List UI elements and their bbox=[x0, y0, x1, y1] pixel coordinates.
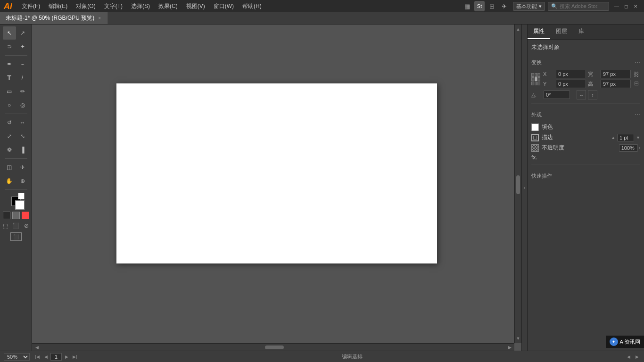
toolbar-icons: ▦ St ⊞ ✈ bbox=[462, 1, 509, 11]
control-toolbar-icon[interactable]: ▦ bbox=[462, 1, 472, 11]
flip-vertical-button[interactable]: ↕ bbox=[588, 90, 597, 99]
hand-tool[interactable]: ✋ bbox=[3, 174, 16, 188]
opacity-controls: › bbox=[619, 144, 640, 152]
transform-more[interactable]: ··· bbox=[635, 58, 640, 66]
grid-view-icon[interactable]: ⊞ bbox=[487, 1, 497, 11]
paintbrush-tool[interactable]: ○ bbox=[3, 99, 16, 112]
menu-file[interactable]: 文件(F) bbox=[18, 1, 44, 11]
scroll-left-button[interactable]: ◀ bbox=[32, 345, 41, 350]
gradient-fill-icon[interactable]: ⬛ bbox=[12, 222, 20, 230]
warp-tool[interactable]: ⤡ bbox=[16, 130, 29, 143]
magic-wand-tool[interactable]: ✦ bbox=[16, 40, 29, 53]
watermark-icon: ✦ bbox=[610, 337, 618, 346]
behind-mode[interactable] bbox=[12, 212, 20, 219]
stroke-value-input[interactable] bbox=[617, 134, 634, 141]
y-input[interactable] bbox=[556, 80, 586, 88]
next-page-button[interactable]: ▶ bbox=[63, 353, 70, 361]
canvas-area[interactable]: ▲ ▼ ◀ ▶ bbox=[32, 25, 521, 351]
rectangle-tool[interactable]: ▭ bbox=[3, 85, 16, 98]
menu-window[interactable]: 窗口(W) bbox=[210, 1, 238, 11]
scroll-right-button[interactable]: ▶ bbox=[505, 345, 514, 350]
link-wh-icon[interactable]: ⛓ bbox=[633, 71, 640, 78]
arrange-icon[interactable]: ✈ bbox=[499, 1, 509, 11]
tab-layers[interactable]: 图层 bbox=[550, 25, 573, 39]
scroll-up-button[interactable]: ▲ bbox=[516, 25, 520, 34]
background-color[interactable] bbox=[15, 200, 25, 210]
direct-selection-tool[interactable]: ↗ bbox=[16, 26, 29, 40]
menu-select[interactable]: 选择(S) bbox=[127, 1, 154, 11]
close-button[interactable]: ✕ bbox=[631, 1, 640, 11]
flip-horizontal-button[interactable]: ↔ bbox=[577, 90, 586, 99]
right-panel: 属性 图层 库 未选择对象 变换 ··· bbox=[527, 25, 644, 351]
menu-help[interactable]: 帮助(H) bbox=[239, 1, 265, 11]
menu-effect[interactable]: 效果(C) bbox=[155, 1, 182, 11]
tab-properties[interactable]: 属性 bbox=[528, 25, 550, 39]
scroll-down-button[interactable]: ▼ bbox=[516, 334, 520, 343]
angle-label: △: bbox=[531, 92, 541, 98]
zoom-tool[interactable]: ⊕ bbox=[16, 174, 29, 188]
page-number-input[interactable] bbox=[50, 353, 62, 361]
current-fill[interactable] bbox=[18, 193, 25, 199]
vertical-scrollbar[interactable]: ▲ ▼ bbox=[514, 25, 521, 343]
transform-origin-grid[interactable] bbox=[531, 73, 540, 85]
constrain-icon[interactable]: ⊟ bbox=[633, 80, 640, 87]
h-input[interactable] bbox=[601, 80, 631, 88]
fill-icon[interactable]: ⬚ bbox=[2, 222, 9, 230]
tab-libraries[interactable]: 库 bbox=[573, 25, 590, 39]
rotate-tool[interactable]: ↺ bbox=[3, 116, 16, 129]
document-tab[interactable]: 未标题-1* @ 50% (RGB/GPU 预览) × bbox=[0, 12, 108, 24]
inside-mode[interactable] bbox=[22, 212, 29, 219]
selection-tool[interactable]: ↖ bbox=[3, 26, 16, 40]
x-input[interactable] bbox=[556, 70, 586, 78]
menu-object[interactable]: 对象(O) bbox=[72, 1, 99, 11]
minimize-button[interactable]: — bbox=[612, 1, 621, 11]
last-page-button[interactable]: ▶| bbox=[71, 353, 79, 361]
x-label: X bbox=[543, 71, 554, 77]
stroke-down-icon[interactable]: ▼ bbox=[636, 135, 640, 140]
opacity-input[interactable] bbox=[619, 144, 638, 152]
search-bar[interactable]: 🔍 bbox=[548, 2, 609, 11]
gradient-tool[interactable]: ◫ bbox=[3, 161, 16, 174]
type-tool[interactable]: T bbox=[3, 71, 16, 84]
scroll-right-arrow[interactable]: ▶ bbox=[634, 354, 640, 360]
column-graph-tool[interactable]: ▐ bbox=[16, 143, 29, 156]
panel-collapse-button[interactable]: ‹ bbox=[521, 25, 527, 351]
stroke-up-icon[interactable]: ▲ bbox=[611, 135, 615, 140]
w-input[interactable] bbox=[601, 70, 631, 78]
none-fill-icon[interactable]: ⊘ bbox=[23, 222, 30, 230]
first-page-button[interactable]: |◀ bbox=[33, 353, 41, 361]
symbol-sprayer-tool[interactable]: ❁ bbox=[3, 143, 16, 156]
maximize-button[interactable]: ◻ bbox=[621, 1, 631, 11]
zoom-select[interactable]: 50% 75% 100% bbox=[4, 353, 30, 361]
line-tool[interactable]: / bbox=[16, 71, 29, 84]
scroll-left-arrow[interactable]: ◀ bbox=[625, 354, 632, 360]
fill-swatch[interactable] bbox=[531, 123, 539, 131]
blob-brush-tool[interactable]: ◎ bbox=[16, 99, 29, 112]
change-screen-mode[interactable]: ⬛ bbox=[10, 232, 22, 241]
fx-label[interactable]: fx. bbox=[531, 154, 537, 161]
angle-input[interactable] bbox=[544, 90, 570, 99]
workspace-selector[interactable]: 基本功能 ▾ bbox=[513, 2, 545, 11]
appearance-more[interactable]: ··· bbox=[635, 110, 640, 118]
menu-view[interactable]: 视图(V) bbox=[182, 1, 209, 11]
stroke-swatch[interactable] bbox=[531, 134, 539, 141]
artboard bbox=[116, 83, 437, 263]
horizontal-scrollbar[interactable]: ◀ ▶ bbox=[32, 343, 514, 351]
lasso-tool[interactable]: ⊃ bbox=[3, 40, 16, 53]
scale-tool[interactable]: ⤢ bbox=[3, 130, 16, 143]
opacity-more-icon[interactable]: › bbox=[639, 145, 640, 150]
scroll-thumb-h[interactable] bbox=[265, 346, 284, 349]
menu-edit[interactable]: 编辑(E) bbox=[45, 1, 71, 11]
tab-close-button[interactable]: × bbox=[97, 15, 102, 21]
st-icon[interactable]: St bbox=[474, 1, 485, 11]
menu-text[interactable]: 文字(T) bbox=[100, 1, 126, 11]
eyedropper-tool[interactable]: ✈ bbox=[16, 161, 29, 174]
pencil-tool[interactable]: ✏ bbox=[16, 85, 29, 98]
prev-page-button[interactable]: ◀ bbox=[42, 353, 50, 361]
scroll-thumb-v[interactable] bbox=[516, 175, 520, 194]
reflect-tool[interactable]: ↔ bbox=[16, 116, 29, 129]
normal-mode[interactable] bbox=[3, 212, 10, 219]
curvature-tool[interactable]: ⌢ bbox=[16, 58, 29, 71]
pen-tool[interactable]: ✒ bbox=[3, 58, 16, 71]
search-input[interactable] bbox=[560, 3, 597, 9]
